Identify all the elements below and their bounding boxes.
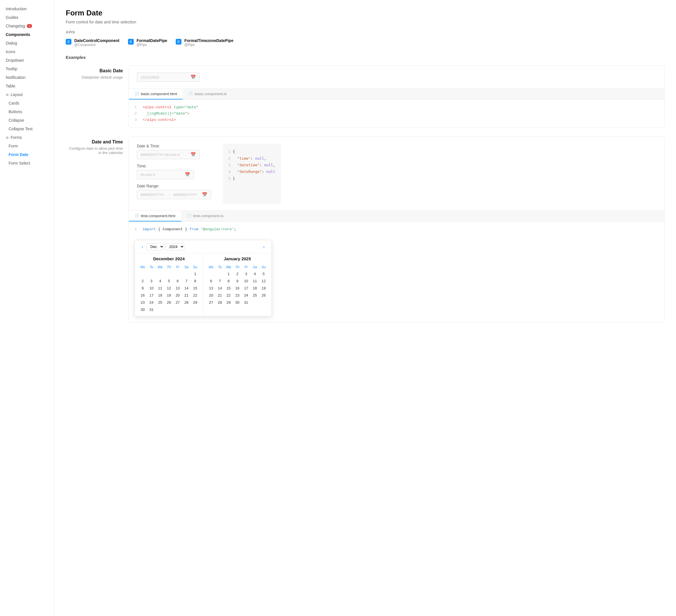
dec-day-16[interactable]: 16 xyxy=(138,292,147,299)
dec-day-11[interactable]: 11 xyxy=(156,285,165,292)
dec-day-21[interactable]: 21 xyxy=(182,292,191,299)
dec-day-7[interactable]: 7 xyxy=(182,277,191,285)
dec-day-22[interactable]: 22 xyxy=(191,292,200,299)
jan-day-20[interactable]: 20 xyxy=(207,292,216,299)
jan-day-8[interactable]: 8 xyxy=(224,277,233,285)
calendar-month-select[interactable]: DecJan xyxy=(147,243,164,250)
sidebar-badge-changelog: 1 xyxy=(27,24,32,28)
jan-day-22[interactable]: 22 xyxy=(224,292,233,299)
jan-day-18[interactable]: 18 xyxy=(250,285,260,292)
jan-day-16[interactable]: 16 xyxy=(233,285,242,292)
dec-day-27[interactable]: 27 xyxy=(173,299,182,306)
dec-day-24[interactable]: 24 xyxy=(147,299,156,306)
dec-day-empty xyxy=(165,270,173,277)
dec-day-4[interactable]: 4 xyxy=(156,277,165,285)
calendar-prev-btn[interactable]: ‹ xyxy=(139,244,146,250)
sidebar-item-collapse[interactable]: Collapse xyxy=(0,116,54,124)
dec-day-8[interactable]: 8 xyxy=(191,277,200,285)
dec-day-2[interactable]: 2 xyxy=(138,277,147,285)
jan-day-6[interactable]: 6 xyxy=(207,277,216,285)
sidebar-item-layout[interactable]: ⊕Layout xyxy=(0,90,54,99)
jan-day-30[interactable]: 30 xyxy=(233,299,242,306)
basic-ts-tab[interactable]: 📄 basic.component.ts xyxy=(182,89,232,100)
dec-day-3[interactable]: 3 xyxy=(147,277,156,285)
sidebar-item-buttons[interactable]: Buttons xyxy=(0,107,54,116)
sidebar-item-icons[interactable]: Icons xyxy=(0,47,54,56)
jan-day-21[interactable]: 21 xyxy=(215,292,224,299)
jan-day-12[interactable]: 12 xyxy=(259,277,268,285)
basic-date-content: 12/13/2024 📅 📄 basic.component.html 📄 ba… xyxy=(128,65,665,128)
jan-day-23[interactable]: 23 xyxy=(233,292,242,299)
jan-day-24[interactable]: 24 xyxy=(242,292,250,299)
dec-day-19[interactable]: 19 xyxy=(165,292,173,299)
dec-day-14[interactable]: 14 xyxy=(182,285,191,292)
time-input[interactable]: hh:mm A 📅 xyxy=(137,170,194,179)
dec-day-29[interactable]: 29 xyxy=(191,299,200,306)
sidebar-item-dialog[interactable]: Dialog xyxy=(0,39,54,47)
basic-html-tab[interactable]: 📄 basic.component.html xyxy=(129,89,182,100)
dec-day-12[interactable]: 12 xyxy=(165,285,173,292)
datetime-input[interactable]: MM/DD/YYYY hh:mm A 📅 xyxy=(137,150,200,159)
dec-day-28[interactable]: 28 xyxy=(182,299,191,306)
sidebar-item-guides[interactable]: Guides xyxy=(0,13,54,22)
jan-day-19[interactable]: 19 xyxy=(259,285,268,292)
dec-day-5[interactable]: 5 xyxy=(165,277,173,285)
jan-day-9[interactable]: 9 xyxy=(233,277,242,285)
jan-day-1[interactable]: 1 xyxy=(224,270,233,277)
sidebar-item-introduction[interactable]: Introduction xyxy=(0,5,54,13)
dec-day-31[interactable]: 31 xyxy=(147,306,156,313)
dec-day-25[interactable]: 25 xyxy=(156,299,165,306)
dec-day-26[interactable]: 26 xyxy=(165,299,173,306)
sidebar-item-form-date[interactable]: Form Date xyxy=(0,150,54,159)
jan-day-14[interactable]: 14 xyxy=(215,285,224,292)
sidebar-item-changelog[interactable]: Changelog1 xyxy=(0,22,54,30)
api-type-2: @Pipe xyxy=(184,43,233,47)
dec-day-23[interactable]: 23 xyxy=(138,299,147,306)
sidebar-item-dropdown[interactable]: Dropdown xyxy=(0,56,54,65)
jan-day-17[interactable]: 17 xyxy=(242,285,250,292)
sidebar-item-form-select[interactable]: Form Select xyxy=(0,159,54,167)
sidebar-item-cards[interactable]: Cards xyxy=(0,99,54,107)
dec-day-6[interactable]: 6 xyxy=(173,277,182,285)
jan-day-10[interactable]: 10 xyxy=(242,277,250,285)
calendar-next-btn[interactable]: › xyxy=(261,244,267,250)
basic-date-input[interactable]: 12/13/2024 📅 xyxy=(137,72,200,82)
dec-day-9[interactable]: 9 xyxy=(138,285,147,292)
sidebar-item-tooltip[interactable]: Tooltip xyxy=(0,65,54,73)
jan-day-25[interactable]: 25 xyxy=(250,292,260,299)
time-ts-tab[interactable]: 📄 time.component.ts xyxy=(181,211,229,221)
jan-day-29[interactable]: 29 xyxy=(224,299,233,306)
sidebar-item-collapse-text[interactable]: Collapse Text xyxy=(0,124,54,133)
calendar-year-select[interactable]: 20242025 xyxy=(165,243,184,250)
jan-day-13[interactable]: 13 xyxy=(207,285,216,292)
time-html-tab[interactable]: 📄 time.component.html xyxy=(129,211,181,221)
sidebar-item-forms[interactable]: ⊕Forms xyxy=(0,133,54,142)
jan-day-4[interactable]: 4 xyxy=(250,270,260,277)
jan-day-26[interactable]: 26 xyxy=(259,292,268,299)
jan-day-15[interactable]: 15 xyxy=(224,285,233,292)
jan-day-5[interactable]: 5 xyxy=(259,270,268,277)
sidebar-item-notification[interactable]: Notification xyxy=(0,73,54,82)
dec-day-15[interactable]: 15 xyxy=(191,285,200,292)
dec-day-13[interactable]: 13 xyxy=(173,285,182,292)
dec-day-17[interactable]: 17 xyxy=(147,292,156,299)
jan-day-11[interactable]: 11 xyxy=(250,277,260,285)
jan-day-3[interactable]: 3 xyxy=(242,270,250,277)
date-range-input[interactable]: MM/DD/YYYY → MM/DD/YYYY 📅 xyxy=(137,190,211,199)
dec-day-1[interactable]: 1 xyxy=(191,270,200,277)
dec-day-18[interactable]: 18 xyxy=(156,292,165,299)
sidebar-item-table[interactable]: Table xyxy=(0,82,54,90)
jan-day-27[interactable]: 27 xyxy=(207,299,216,306)
jan-day-2[interactable]: 2 xyxy=(233,270,242,277)
jan-day-7[interactable]: 7 xyxy=(215,277,224,285)
sidebar-item-form[interactable]: Form xyxy=(0,142,54,150)
dec-dow-Tu: Tu xyxy=(147,264,156,270)
sidebar-item-components[interactable]: Components xyxy=(0,30,54,39)
jan-day-31[interactable]: 31 xyxy=(242,299,250,306)
dec-day-10[interactable]: 10 xyxy=(147,285,156,292)
dec-day-30[interactable]: 30 xyxy=(138,306,147,313)
jan-day-28[interactable]: 28 xyxy=(215,299,224,306)
json-ln-4: 4 "dateRange": null xyxy=(228,168,275,175)
sidebar-label-form-select: Form Select xyxy=(9,161,30,165)
dec-day-20[interactable]: 20 xyxy=(173,292,182,299)
